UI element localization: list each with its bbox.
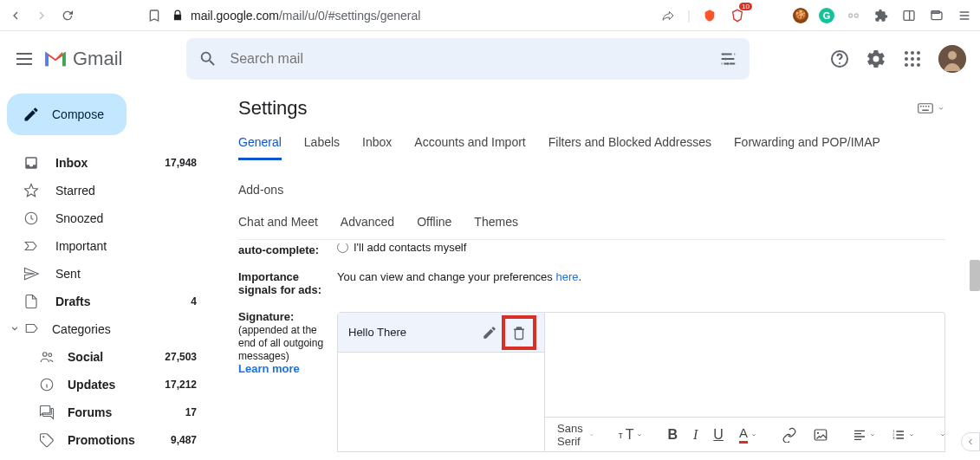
svg-text:3: 3 [892, 436, 895, 440]
draft-icon [23, 294, 40, 309]
font-size-button[interactable]: тT [613, 424, 649, 446]
extension-icon[interactable]: 🍪 [793, 8, 808, 23]
support-icon[interactable] [829, 49, 850, 69]
scrollbar-thumb[interactable] [970, 260, 980, 291]
important-icon [23, 238, 40, 254]
more-formatting-button[interactable] [934, 428, 945, 442]
input-tools-button[interactable] [918, 102, 945, 114]
italic-button[interactable]: I [688, 424, 703, 446]
shield-icon[interactable] [729, 7, 746, 24]
panel-icon[interactable] [900, 7, 918, 24]
people-icon [38, 349, 55, 365]
importance-label: Importance signals for ads: [238, 270, 337, 296]
extension-icon[interactable]: G [819, 8, 834, 23]
compose-button[interactable]: Compose [7, 94, 127, 135]
inbox-icon [23, 155, 40, 171]
extension-icon[interactable] [845, 7, 862, 24]
forum-icon [38, 405, 55, 420]
brave-icon[interactable] [701, 7, 718, 24]
svg-point-14 [905, 57, 908, 61]
nav-social[interactable]: Social 27,503 [0, 343, 217, 371]
url-text: mail.google.com/mail/u/0/#settings/gener… [191, 9, 420, 23]
menu-icon[interactable] [956, 7, 973, 24]
compose-label: Compose [52, 107, 104, 121]
font-family-select[interactable]: Sans Serif [552, 418, 600, 451]
underline-button[interactable]: U [708, 424, 729, 446]
autocomplete-radio[interactable] [337, 243, 348, 253]
tab-themes[interactable]: Themes [474, 215, 518, 237]
reload-icon[interactable] [59, 7, 76, 24]
insert-image-button[interactable] [808, 424, 834, 446]
tab-general[interactable]: General [238, 135, 282, 160]
list-button[interactable]: 123 [886, 424, 920, 445]
signature-canvas[interactable] [545, 313, 944, 417]
main-menu-icon[interactable] [14, 49, 35, 69]
svg-rect-30 [925, 106, 927, 107]
svg-point-23 [43, 353, 48, 357]
tab-offline[interactable]: Offline [417, 215, 451, 237]
settings-tabs: General Labels Inbox Accounts and Import… [238, 135, 945, 206]
svg-point-34 [817, 431, 819, 433]
tab-filters[interactable]: Filters and Blocked Addresses [548, 135, 711, 160]
side-panel-toggle[interactable] [961, 432, 980, 451]
settings-title: Settings [238, 97, 308, 120]
share-icon[interactable] [659, 7, 677, 24]
nav-inbox[interactable]: Inbox 17,948 [0, 149, 217, 177]
tab-forwarding[interactable]: Forwarding and POP/IMAP [734, 135, 880, 160]
nav-starred[interactable]: Starred [0, 177, 217, 204]
pencil-icon [23, 106, 40, 123]
autocomplete-option: I'll add contacts myself [354, 243, 466, 254]
wallet-icon[interactable] [928, 7, 945, 24]
nav-categories[interactable]: Categories [0, 315, 217, 343]
tab-addons[interactable]: Add-ons [238, 183, 283, 205]
extensions-icon[interactable] [873, 7, 890, 24]
svg-point-8 [727, 62, 730, 65]
learn-more-link[interactable]: Learn more [238, 362, 300, 375]
chevron-down-icon [937, 104, 945, 113]
nav-drafts[interactable]: Drafts 4 [0, 288, 217, 315]
settings-main: Settings General Labels Inbox Accounts a… [217, 87, 980, 460]
svg-rect-29 [923, 106, 925, 107]
signature-toolbar: Sans Serif тT B I U A [545, 417, 944, 451]
settings-gear-icon[interactable] [866, 49, 886, 69]
tab-inbox[interactable]: Inbox [362, 135, 392, 160]
delete-signature-button[interactable] [504, 318, 534, 347]
forward-icon[interactable] [33, 7, 50, 24]
signature-item[interactable]: Hello There [338, 313, 544, 353]
gmail-logo[interactable]: Gmail [43, 48, 122, 70]
tab-advanced[interactable]: Advanced [341, 215, 394, 237]
edit-signature-button[interactable] [475, 318, 504, 347]
back-icon[interactable] [7, 7, 24, 24]
nav-updates[interactable]: Updates 17,212 [0, 371, 217, 398]
search-box[interactable] [186, 38, 750, 80]
tab-chat[interactable]: Chat and Meet [238, 215, 318, 237]
nav-promotions[interactable]: Promotions 9,487 [0, 426, 217, 454]
importance-link[interactable]: here [555, 270, 578, 283]
chevron-down-icon [9, 322, 21, 337]
tab-labels[interactable]: Labels [304, 135, 340, 160]
bold-button[interactable]: B [662, 424, 683, 446]
nav-snoozed[interactable]: Snoozed [0, 204, 217, 232]
text-color-button[interactable]: A [734, 422, 763, 447]
browser-toolbar: mail.google.com/mail/u/0/#settings/gener… [0, 0, 980, 31]
tab-accounts[interactable]: Accounts and Import [414, 135, 525, 160]
nav-important[interactable]: Important [0, 232, 217, 260]
address-bar[interactable]: mail.google.com/mail/u/0/#settings/gener… [172, 9, 651, 23]
account-avatar[interactable] [938, 45, 966, 73]
insert-link-button[interactable] [776, 424, 802, 446]
svg-point-17 [905, 63, 908, 67]
gmail-m-icon [43, 49, 68, 68]
signature-label: Signature: (appended at the end of all o… [238, 310, 337, 375]
svg-point-10 [839, 62, 840, 64]
search-input[interactable] [230, 51, 706, 67]
svg-point-11 [905, 51, 908, 55]
align-button[interactable] [847, 424, 881, 445]
bookmark-icon[interactable] [146, 7, 163, 24]
nav-sent[interactable]: Sent [0, 260, 217, 288]
google-apps-icon[interactable] [902, 49, 923, 69]
star-icon [23, 183, 40, 198]
sidebar: Compose Inbox 17,948 Starred Snoozed Imp… [0, 87, 217, 460]
search-options-icon[interactable] [718, 49, 737, 68]
nav-forums[interactable]: Forums 17 [0, 398, 217, 426]
lock-icon [172, 10, 184, 22]
